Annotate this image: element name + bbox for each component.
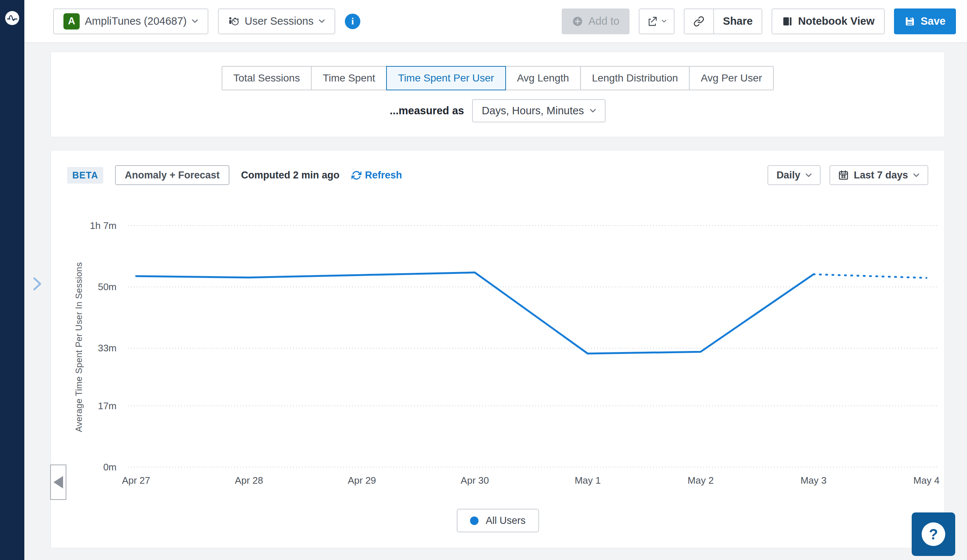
collapse-chart-panel-button[interactable]	[50, 464, 66, 500]
x-tick-label: Apr 28	[235, 475, 263, 486]
line-chart[interactable]: 1h 7m50m33m17m0mApr 27Apr 28Apr 29Apr 30…	[51, 150, 945, 548]
tab-avg-per-user[interactable]: Avg Per User	[689, 66, 774, 90]
legend-dot-icon	[470, 517, 479, 525]
notebook-view-label: Notebook View	[798, 15, 875, 27]
series-line-solid	[136, 272, 814, 354]
notebook-icon	[782, 16, 793, 27]
add-to-button[interactable]: Add to	[562, 8, 630, 34]
x-tick-label: Apr 29	[348, 475, 376, 486]
left-nav-rail	[0, 0, 24, 560]
export-button[interactable]	[639, 8, 675, 34]
tab-time-spent[interactable]: Time Spent	[311, 66, 387, 90]
tab-time-spent-per-user[interactable]: Time Spent Per User	[386, 66, 506, 90]
measured-as-value: Days, Hours, Minutes	[482, 105, 584, 117]
header-actions: Add to Share	[562, 8, 956, 34]
notebook-view-button[interactable]: Notebook View	[772, 8, 885, 34]
tab-length-distribution[interactable]: Length Distribution	[580, 66, 690, 90]
export-icon	[647, 16, 658, 27]
app-root: A AmpliTunes (204687) User Sessions i	[0, 0, 967, 560]
legend-label: All Users	[486, 515, 526, 527]
metric-tabs-card: Total SessionsTime SpentTime Spent Per U…	[51, 52, 945, 137]
x-tick-label: Apr 27	[122, 475, 150, 486]
x-tick-label: Apr 30	[460, 475, 489, 486]
share-button-group: Share	[684, 8, 762, 34]
expand-panel-chevron-icon[interactable]	[33, 277, 42, 291]
chevron-down-icon	[318, 19, 325, 23]
help-button[interactable]: ?	[912, 512, 955, 556]
share-label: Share	[723, 15, 753, 27]
project-badge: A	[63, 13, 80, 30]
triangle-left-icon	[53, 476, 63, 489]
series-line-dotted	[814, 274, 926, 278]
info-icon[interactable]: i	[345, 14, 360, 29]
amplitude-logo-icon[interactable]	[5, 11, 19, 25]
y-tick-label: 0m	[103, 461, 117, 473]
measured-as-dropdown[interactable]: Days, Hours, Minutes	[472, 99, 606, 122]
chevron-down-icon	[192, 19, 198, 23]
project-label: AmpliTunes (204687)	[85, 15, 186, 27]
link-icon	[693, 16, 705, 27]
chevron-down-icon	[590, 109, 596, 113]
y-tick-label: 1h 7m	[90, 220, 117, 231]
project-selector[interactable]: A AmpliTunes (204687)	[53, 8, 208, 34]
x-tick-label: May 4	[914, 475, 940, 486]
save-button[interactable]: Save	[894, 8, 956, 34]
measured-as-row: ...measured as Days, Hours, Minutes	[51, 99, 944, 122]
header-bar: A AmpliTunes (204687) User Sessions i	[24, 0, 967, 43]
chart-card: BETA Anomaly + Forecast Computed 2 min a…	[51, 150, 945, 548]
chevron-down-icon	[662, 20, 667, 23]
save-label: Save	[921, 15, 946, 27]
plus-circle-icon	[572, 16, 583, 27]
measured-as-label: ...measured as	[390, 105, 464, 117]
user-sessions-icon	[228, 16, 239, 27]
x-tick-label: May 2	[687, 475, 714, 486]
save-icon	[904, 16, 915, 27]
y-tick-label: 33m	[98, 343, 117, 354]
chart-type-tabs: Total SessionsTime SpentTime Spent Per U…	[51, 66, 944, 90]
x-tick-label: May 3	[800, 475, 827, 486]
x-tick-label: May 1	[574, 475, 601, 486]
y-tick-label: 17m	[98, 400, 117, 412]
question-mark-icon: ?	[922, 522, 945, 546]
tab-avg-length[interactable]: Avg Length	[505, 66, 581, 90]
chart-type-label: User Sessions	[244, 15, 314, 27]
add-to-label: Add to	[588, 15, 619, 27]
legend[interactable]: All Users	[457, 509, 539, 532]
share-button[interactable]: Share	[713, 9, 762, 33]
chart-type-selector[interactable]: User Sessions	[218, 8, 335, 34]
tab-total-sessions[interactable]: Total Sessions	[222, 66, 312, 90]
copy-link-button[interactable]	[685, 9, 713, 33]
y-tick-label: 50m	[98, 281, 117, 292]
